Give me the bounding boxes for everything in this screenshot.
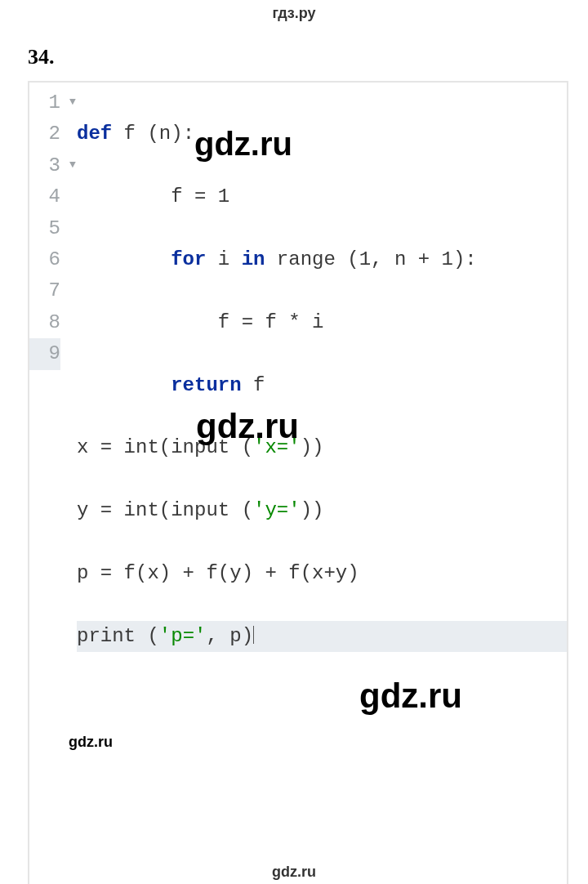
code-line: print ('p=', p) <box>77 621 567 652</box>
code-line: f = 1 <box>77 181 567 212</box>
code-line: p = f(x) + f(y) + f(x+y) <box>77 558 567 589</box>
code-line: for i in range (1, n + 1): <box>77 244 567 275</box>
code-line: f = f * i <box>77 307 567 338</box>
line-number: 4 <box>29 181 60 212</box>
site-header: гдз.ру <box>0 0 588 22</box>
code-line: return f <box>77 370 567 401</box>
line-number: 3 <box>29 150 60 181</box>
site-footer: gdz.ru <box>0 864 588 881</box>
code-line: x = int(input ('x=')) <box>77 432 567 463</box>
code-content[interactable]: def f (n): f = 1 for i in range (1, n + … <box>69 83 567 884</box>
line-number: 2 <box>29 118 60 150</box>
line-number: 8 <box>29 307 60 338</box>
line-number: 1 <box>29 87 60 118</box>
line-number: 9 <box>29 338 60 369</box>
line-number: 5 <box>29 213 60 244</box>
line-number: 7 <box>29 275 60 306</box>
text-cursor <box>253 626 254 644</box>
line-number-gutter: 1 2 3 4 5 6 7 8 9 <box>29 83 69 370</box>
line-number: 6 <box>29 244 60 275</box>
problem-number: 34. <box>0 22 588 81</box>
code-line: def f (n): <box>77 118 567 150</box>
code-line: y = int(input ('y=')) <box>77 495 567 526</box>
code-editor[interactable]: ▼ ▼ 1 2 3 4 5 6 7 8 9 def f (n): f = 1 f… <box>28 81 568 884</box>
